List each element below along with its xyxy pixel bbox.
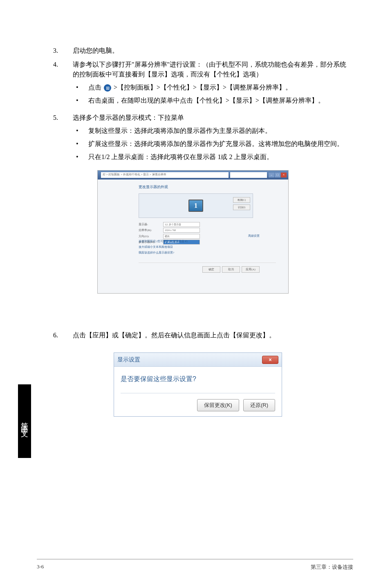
monitor-icon[interactable]: 1 <box>188 200 203 212</box>
help-link[interactable]: 我应该选择什么显示器设置? <box>139 250 276 256</box>
steps-list: 3. 启动您的电脑。 4. 请参考以下步骤打开"屏幕分辨率"进行设置：（由于机型… <box>53 46 347 417</box>
dialog-buttons: 保留更改(K) 还原(R) <box>121 393 275 411</box>
label: 方向(O): <box>139 234 163 239</box>
screenshot-confirm-dialog: 显示设置 × 是否要保留这些显示设置? 保留更改(K) 还原(R) <box>114 352 282 417</box>
label: 显示器: <box>139 222 163 227</box>
step-body: 启动您的电脑。 <box>73 46 347 56</box>
step-num: 3. <box>53 46 73 56</box>
sub-text: 复制这些显示：选择此项将添加的显示器作为主显示器的副本。 <box>88 126 271 136</box>
sub-item: 点击 ⊞ >【控制面板】>【个性化】>【显示】>【调整屏幕分辨率】。 <box>73 83 347 92</box>
page-number: 3-6 <box>37 563 44 571</box>
step-body: 选择多个显示器的显示模式：下拉菜单 复制这些显示：选择此项将添加的显示器作为主显… <box>73 113 347 294</box>
ok-button[interactable]: 确定 <box>202 266 220 273</box>
close-button[interactable]: × <box>262 356 278 364</box>
dialog-title: 显示设置 <box>117 355 140 364</box>
sub-text: 点击 ⊞ >【控制面板】>【个性化】>【显示】>【调整屏幕分辨率】。 <box>88 83 292 92</box>
row-display: 显示器: 1|2. 多个显示器 <box>139 222 276 227</box>
monitor-preview: 1 检测(C) 识别(I) <box>139 193 253 218</box>
sub-list: 点击 ⊞ >【控制面板】>【个性化】>【显示】>【调整屏幕分辨率】。 右击桌面，… <box>73 83 347 105</box>
step-6: 6. 点击【应用】或【确定】。然后在确认信息画面上点击【保留更改】。 显示设置 … <box>53 330 347 417</box>
settings-rows: 显示器: 1|2. 多个显示器 分辨率(R): 1024 x 768 方向(O)… <box>139 222 276 256</box>
breadcrumb-bar[interactable]: 控 > 控制面板 > 外观和个性化 > 显示 > 屏幕分辨率 <box>101 172 229 178</box>
page-footer: 3-6 第三章：设备连接 <box>37 559 353 571</box>
sub-item: 扩展这些显示：选择此项将添加的显示器作为扩充显示器。这将增加您的电脑使用空间。 <box>73 139 347 149</box>
minimize-button[interactable]: – <box>269 173 274 177</box>
apply-button[interactable]: 应用(A) <box>242 266 260 273</box>
step-num: 5. <box>53 113 73 123</box>
textsize-link[interactable]: 放大或缩小文本和其他项目 <box>139 245 276 250</box>
row-resolution: 分辨率(R): 1024 x 768 <box>139 228 276 233</box>
step-num: 4. <box>53 60 73 70</box>
language-tab: 简体中文 <box>18 384 31 458</box>
chapter-label: 第三章：设备连接 <box>311 563 353 571</box>
window-controls: – □ × <box>269 173 287 177</box>
screenshot-resolution-dialog: 控 > 控制面板 > 外观和个性化 > 显示 > 屏幕分辨率 – □ × 更改显… <box>97 170 289 294</box>
step-5: 5. 选择多个显示器的显示模式：下拉菜单 复制这些显示：选择此项将添加的显示器作… <box>53 113 347 294</box>
dialog-body: 更改显示器的外观 1 检测(C) 识别(I) 显示器: 1|2. 多个显示器 <box>98 180 288 277</box>
confirm-question: 是否要保留这些显示设置? <box>121 374 275 393</box>
sub-text: 只在1/2 上显示桌面：选择此项将仅在显示器 1或 2 上显示桌面。 <box>88 152 273 162</box>
windows-start-icon: ⊞ <box>104 84 111 92</box>
dialog-footer: 确定 取消 应用(A) <box>139 263 276 273</box>
label: 分辨率(R): <box>139 228 163 233</box>
revert-button[interactable]: 还原(R) <box>243 399 275 411</box>
detect-button[interactable]: 检测(C) <box>233 197 250 203</box>
cancel-button[interactable]: 取消 <box>222 266 240 273</box>
step-text: 点击【应用】或【确定】。然后在确认信息画面上点击【保留更改】。 <box>73 332 276 339</box>
sub-text: 扩展这些显示：选择此项将添加的显示器作为扩充显示器。这将增加您的电脑使用空间。 <box>88 139 343 149</box>
dialog-titlebar: 显示设置 × <box>114 353 282 367</box>
identify-button[interactable]: 识别(I) <box>233 204 250 210</box>
step-4: 4. 请参考以下步骤打开"屏幕分辨率"进行设置：（由于机型不同，系统功能也会有差… <box>53 60 347 109</box>
step-num: 6. <box>53 330 73 340</box>
dropdown[interactable]: 1024 x 768 <box>163 228 200 233</box>
step-body: 点击【应用】或【确定】。然后在确认信息画面上点击【保留更改】。 显示设置 × 是… <box>73 330 347 417</box>
sub-list: 复制这些显示：选择此项将添加的显示器作为主显示器的副本。 扩展这些显示：选择此项… <box>73 126 347 162</box>
sub-item: 右击桌面，在随即出现的菜单中点击【个性化】>【显示】>【调整屏幕分辨率】。 <box>73 96 347 105</box>
preview-buttons: 检测(C) 识别(I) <box>233 197 250 210</box>
dropdown[interactable]: 1|2. 多个显示器 <box>163 222 200 227</box>
step-text: 选择多个显示器的显示模式：下拉菜单 <box>73 114 184 121</box>
step-3: 3. 启动您的电脑。 <box>53 46 347 56</box>
close-button[interactable]: × <box>281 173 287 177</box>
step-text: 请参考以下步骤打开"屏幕分辨率"进行设置：（由于机型不同，系统功能也会有差异，部… <box>73 61 346 78</box>
keep-changes-button[interactable]: 保留更改(K) <box>197 399 239 411</box>
projector-link[interactable]: 连接到投影仪 (也可按住 ⊞ 键并点击 P) <box>139 239 276 244</box>
sub-text: 右击桌面，在随即出现的菜单中点击【个性化】>【显示】>【调整屏幕分辨率】。 <box>88 96 325 105</box>
dialog-heading: 更改显示器的外观 <box>139 184 276 190</box>
search-box[interactable] <box>230 172 267 178</box>
window-titlebar: 控 > 控制面板 > 外观和个性化 > 显示 > 屏幕分辨率 – □ × <box>98 171 288 180</box>
page-content: 3. 启动您的电脑。 4. 请参考以下步骤打开"屏幕分辨率"进行设置：（由于机型… <box>53 46 347 421</box>
sub-item: 只在1/2 上显示桌面：选择此项将仅在显示器 1或 2 上显示桌面。 <box>73 152 347 162</box>
sub-item: 复制这些显示：选择此项将添加的显示器作为主显示器的副本。 <box>73 126 347 136</box>
step-body: 请参考以下步骤打开"屏幕分辨率"进行设置：（由于机型不同，系统功能也会有差异，部… <box>73 60 347 109</box>
maximize-button[interactable]: □ <box>275 173 280 177</box>
dialog-body: 是否要保留这些显示设置? 保留更改(K) 还原(R) <box>114 367 282 416</box>
dropdown[interactable]: 横向 <box>163 234 200 239</box>
